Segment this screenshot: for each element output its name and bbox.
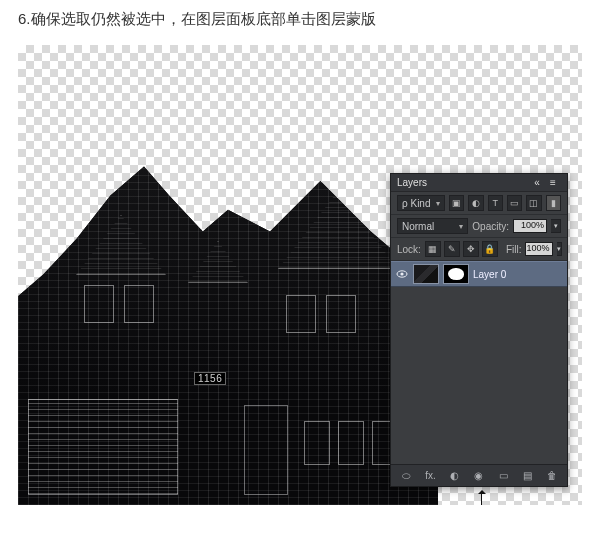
window — [286, 295, 316, 333]
chevron-down-icon: ▾ — [459, 222, 463, 231]
window — [326, 295, 356, 333]
opacity-label: Opacity: — [472, 221, 509, 232]
lock-transparency-icon[interactable]: ▦ — [425, 241, 441, 257]
fill-label: Fill: — [506, 244, 522, 255]
panel-collapse-icon[interactable]: « — [529, 177, 545, 188]
fill-input[interactable]: 100% — [525, 242, 552, 256]
filter-toggle[interactable]: ▮ — [546, 195, 561, 211]
house-number: 1156 — [194, 372, 226, 385]
lock-position-icon[interactable]: ✥ — [463, 241, 479, 257]
lock-all-icon[interactable]: 🔒 — [482, 241, 498, 257]
new-layer-icon[interactable]: ▤ — [520, 468, 536, 484]
filter-kind-label: ρ Kind — [402, 198, 430, 209]
delete-layer-icon[interactable]: 🗑 — [544, 468, 560, 484]
window — [124, 285, 154, 323]
window-row — [304, 421, 398, 465]
add-adjustment-icon[interactable]: ◉ — [471, 468, 487, 484]
layer-fx-icon[interactable]: fx. — [422, 468, 438, 484]
layer-thumbnail[interactable] — [413, 264, 439, 284]
panel-footer: ⬭ fx. ◐ ◉ ▭ ▤ 🗑 — [391, 464, 567, 486]
filter-kind-select[interactable]: ρ Kind ▾ — [397, 195, 445, 211]
garage-door — [28, 399, 178, 495]
filter-shape-icon[interactable]: ▭ — [507, 195, 522, 211]
blend-opacity-row: Normal ▾ Opacity: 100% ▾ — [391, 215, 567, 238]
svg-point-1 — [400, 272, 403, 275]
lock-label: Lock: — [397, 244, 421, 255]
lock-paint-icon[interactable]: ✎ — [444, 241, 460, 257]
window — [338, 421, 364, 465]
canvas-area: 1156 Layers « ≡ ρ Kind ▾ ▣ ◐ T ▭ ◫ ▮ — [18, 45, 582, 505]
instruction-text: 6.确保选取仍然被选中，在图层面板底部单击图层蒙版 — [0, 0, 600, 45]
opacity-input[interactable]: 100% — [513, 219, 547, 233]
layer-name[interactable]: Layer 0 — [473, 269, 506, 280]
blend-mode-value: Normal — [402, 221, 434, 232]
window-row — [286, 295, 356, 333]
opacity-dropdown-icon[interactable]: ▾ — [551, 219, 561, 233]
link-layers-icon[interactable]: ⬭ — [398, 468, 414, 484]
callout-arrow — [481, 491, 482, 505]
window-row — [84, 285, 154, 323]
layers-list: Layer 0 — [391, 261, 567, 464]
lock-fill-row: Lock: ▦ ✎ ✥ 🔒 Fill: 100% ▾ — [391, 238, 567, 261]
blend-mode-select[interactable]: Normal ▾ — [397, 218, 468, 234]
panel-menu-icon[interactable]: ≡ — [545, 177, 561, 188]
new-group-icon[interactable]: ▭ — [495, 468, 511, 484]
roof-gable — [188, 241, 248, 283]
layer-row[interactable]: Layer 0 — [391, 261, 567, 287]
layers-tab[interactable]: Layers — [397, 177, 427, 188]
filter-smart-icon[interactable]: ◫ — [526, 195, 541, 211]
window — [304, 421, 330, 465]
layer-filter-row: ρ Kind ▾ ▣ ◐ T ▭ ◫ ▮ — [391, 192, 567, 215]
chevron-down-icon: ▾ — [436, 199, 440, 208]
panel-tab-bar: Layers « ≡ — [391, 174, 567, 192]
front-door — [244, 405, 288, 495]
layer-mask-thumbnail[interactable] — [443, 264, 469, 284]
add-mask-icon[interactable]: ◐ — [447, 468, 463, 484]
filter-image-icon[interactable]: ▣ — [449, 195, 464, 211]
filter-adjust-icon[interactable]: ◐ — [468, 195, 483, 211]
window — [84, 285, 114, 323]
fill-dropdown-icon[interactable]: ▾ — [557, 242, 562, 256]
layers-panel: Layers « ≡ ρ Kind ▾ ▣ ◐ T ▭ ◫ ▮ Normal ▾… — [390, 173, 568, 487]
roof-gable — [76, 215, 166, 275]
visibility-eye-icon[interactable] — [395, 267, 409, 281]
filter-type-icon[interactable]: T — [488, 195, 503, 211]
